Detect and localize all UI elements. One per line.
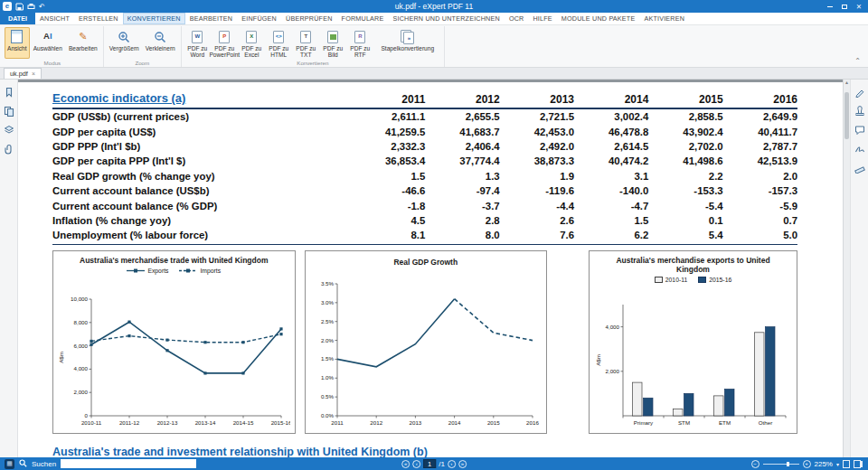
search-input[interactable] [61,459,196,468]
document-tab[interactable]: uk.pdf × [4,68,42,79]
menu-tab-erstellen[interactable]: ERSTELLEN [74,13,123,24]
app-logo-icon[interactable]: e [3,2,12,11]
page-total-label: /1 [439,460,445,468]
row-label: GDP per capita (US$) [52,127,351,137]
menu-tab--berpr-fen[interactable]: ÜBERPRÜFEN [281,13,337,24]
menu-tab-sichern-und-unterzeichnen[interactable]: SICHERN UND UNTERZEICHNEN [388,13,504,24]
print-icon[interactable] [27,3,35,11]
menu-tab-konvertieren[interactable]: KONVERTIEREN [123,13,185,24]
document-tab-bar: uk.pdf × [0,68,868,80]
panel-grid-icon[interactable]: ▦ [5,459,14,469]
window-controls: ✕ [824,1,865,12]
table-row: GDP PPP (Int'l $b)2,332.32,406.42,492.02… [52,139,797,154]
svg-text:A$m: A$m [595,354,601,366]
cell-value: -4.4 [500,201,574,212]
cell-value: -5.4 [648,201,722,212]
ribbon-group-zoom: Vergrößern Verkleinern Zoom [104,26,182,67]
next-page-icon[interactable]: › [448,460,456,468]
pdf-to-image-button[interactable]: PDF zu Bild [320,27,346,59]
bookmarks-panel-icon[interactable] [4,87,14,98]
scroll-up-icon[interactable]: ▲ [844,80,849,85]
svg-text:ETM: ETM [718,418,730,425]
cell-value: 2.8 [425,215,499,226]
page-thumbnails-icon[interactable] [4,106,14,117]
zoom-slider-thumb[interactable] [787,462,789,466]
single-page-view-icon[interactable] [843,460,850,468]
attachments-panel-icon[interactable] [4,144,14,155]
zoom-out-icon[interactable]: − [751,460,760,468]
row-label: Unemployment (% labour force) [52,230,351,240]
pdf-to-powerpoint-button[interactable]: P PDF zu PowerPoint [212,27,238,59]
select-mode-button[interactable]: AI Auswählen [31,27,65,59]
zoom-in-icon[interactable]: + [803,460,811,468]
menu-tab-ocr[interactable]: OCR [505,13,529,24]
charts-row: Australia's merchandise trade with Unite… [52,250,797,434]
zoom-dropdown-icon[interactable]: ▾ [836,461,839,467]
previous-page-icon[interactable]: ‹ [412,460,420,468]
menu-tab-bearbeiten[interactable]: BEARBEITEN [185,13,238,24]
last-page-icon[interactable]: » [458,460,467,468]
collapse-ribbon-icon[interactable]: ⌃ [849,57,866,67]
chart-exports-legend: 2010-112015-16 [655,275,731,286]
cell-value: 6.2 [574,230,648,240]
close-icon[interactable]: ✕ [853,1,865,12]
zoom-out-button[interactable]: Verkleinern [143,27,178,59]
year-header: 2012 [425,93,499,106]
zoom-in-button[interactable]: Vergrößern [107,27,142,59]
first-page-icon[interactable]: « [401,460,410,468]
svg-text:4,000: 4,000 [74,365,89,371]
svg-text:2012: 2012 [370,418,382,425]
menu-tab-ansicht[interactable]: ANSICHT [35,13,74,24]
signature-icon[interactable] [854,144,865,155]
comment-icon[interactable] [854,125,865,136]
stamp-icon[interactable] [854,106,865,117]
menu-tab-hilfe[interactable]: HILFE [528,13,556,24]
maximize-icon[interactable] [838,1,851,12]
year-header: 2016 [723,93,797,106]
batch-convert-button[interactable]: » Stapelkonvertierung [374,27,441,59]
pdf-to-word-button[interactable]: W PDF zu Word [184,27,211,59]
svg-text:2.5%: 2.5% [321,317,335,324]
svg-text:2,000: 2,000 [605,367,619,373]
zoom-level[interactable]: 225% [815,460,833,468]
chart-merchandise-trade: Australia's merchandise trade with Unite… [52,250,296,434]
close-tab-icon[interactable]: × [32,70,35,77]
minimize-icon[interactable] [824,1,836,12]
section-heading: Australia's trade and investment relatio… [52,446,797,457]
table-row: Inflation (% change yoy)4.52.82.61.50.10… [52,213,797,228]
save-icon[interactable] [15,3,24,11]
cell-value: 41,683.7 [425,127,499,137]
pdf-page: Economic indicators (a) 2011201220132014… [18,82,843,457]
cell-value: 40,411.7 [723,127,797,137]
pdf-to-excel-button[interactable]: X PDF zu Excel [239,27,265,59]
pdf-to-html-button[interactable]: <> PDF zu HTML [266,27,292,59]
menu-tab-aktivieren[interactable]: AKTIVIEREN [639,13,689,24]
pdf-to-rtf-button[interactable]: R PDF zu RTF [347,27,373,59]
undo-icon[interactable]: ↶ [39,3,45,11]
menu-tab-einf-gen[interactable]: EINFÜGEN [237,13,281,24]
year-header: 2011 [351,93,425,106]
svg-text:2,000: 2,000 [74,389,89,395]
measure-icon[interactable] [854,163,865,174]
cell-value: 2.6 [500,215,574,226]
word-page-icon: W [192,29,203,44]
current-page-field[interactable]: 1 [423,459,436,468]
table-row: GDP per capita (US$)41,259.541,683.742,4… [52,124,797,138]
two-page-view-icon[interactable] [854,460,861,468]
view-mode-button[interactable]: Ansicht [5,27,30,59]
layers-panel-icon[interactable] [4,125,14,136]
menu-tab-module-und-pakete[interactable]: MODULE UND PAKETE [557,13,640,24]
tools-pen-icon[interactable] [854,87,865,98]
menu-tab-formulare[interactable]: FORMULARE [337,13,389,24]
svg-text:2010-11: 2010-11 [81,418,102,425]
scrollbar-thumb[interactable] [844,92,849,139]
zoom-slider[interactable] [763,464,799,465]
indicators-table-body: GDP (US$b) (current prices)2,611.12,655.… [52,109,797,245]
pdf-to-txt-button[interactable]: T PDF zu TXT [293,27,319,59]
file-menu-button[interactable]: DATEI [0,13,35,24]
edit-mode-button[interactable]: ✎ Bearbeiten [66,27,100,59]
vertical-scrollbar[interactable]: ▲ [843,80,850,457]
cell-value: -46.6 [351,185,425,196]
row-label: GDP PPP (Int'l $b) [52,141,351,152]
status-bar: ▦ Suchen « ‹ 1 /1 › » − + 225% ▾ [0,457,868,470]
